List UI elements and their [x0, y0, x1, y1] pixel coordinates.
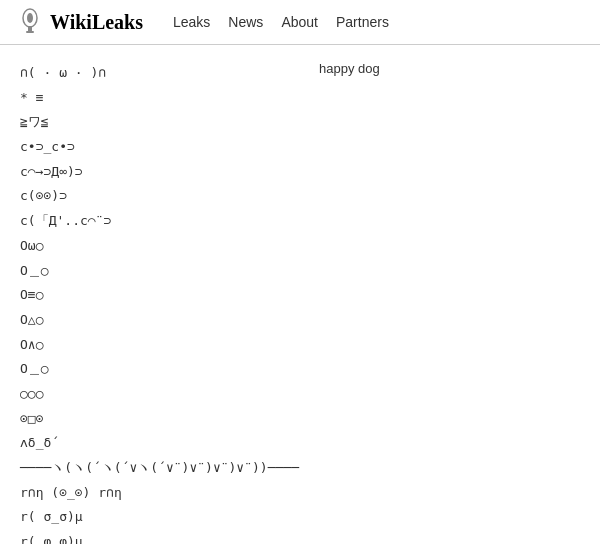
svg-rect-3 [26, 31, 34, 33]
left-column: ∩( · ω · )∩* ≡≧ワ≦c•⊃_c•⊃c⌒→⊃Д∞)⊃c(⊙⊙)⊃c(… [20, 61, 299, 544]
happy-dog-label: happy dog [319, 61, 580, 76]
list-item: ʌδ_δ´ [20, 431, 299, 456]
list-item: * ≡ [20, 86, 299, 111]
list-item: c•⊃_c•⊃ [20, 135, 299, 160]
list-item: O＿○ [20, 259, 299, 284]
list-item: c(「Д'..c⌒¨⊃ [20, 209, 299, 234]
nav-news[interactable]: News [228, 14, 263, 30]
logo-text: WikiLeaks [50, 11, 143, 34]
list-item: ────ヽ(ヽ(´ヽ(´∨ヽ(´∨¨)∨¨)∨¨)∨¨))──── [20, 456, 299, 481]
page-header: WikiLeaks Leaks News About Partners [0, 0, 600, 45]
list-item: O＿○ [20, 357, 299, 382]
list-item: O∧○ [20, 333, 299, 358]
right-column: happy dog [319, 61, 580, 544]
kaomoji-list: ∩( · ω · )∩* ≡≧ワ≦c•⊃_c•⊃c⌒→⊃Д∞)⊃c(⊙⊙)⊃c(… [20, 61, 299, 544]
list-item: ○○○ [20, 382, 299, 407]
nav-about[interactable]: About [281, 14, 318, 30]
content-area: ∩( · ω · )∩* ≡≧ワ≦c•⊃_c•⊃c⌒→⊃Д∞)⊃c(⊙⊙)⊃c(… [20, 61, 580, 544]
list-item: r( φ_φ)μ [20, 530, 299, 544]
main-nav: Leaks News About Partners [173, 14, 389, 30]
list-item: Oω○ [20, 234, 299, 259]
nav-partners[interactable]: Partners [336, 14, 389, 30]
list-item: ≧ワ≦ [20, 110, 299, 135]
logo-area[interactable]: WikiLeaks [16, 8, 143, 36]
list-item: c⌒→⊃Д∞)⊃ [20, 160, 299, 185]
list-item: c(⊙⊙)⊃ [20, 184, 299, 209]
svg-point-1 [27, 13, 33, 23]
wikileaks-logo-icon [16, 8, 44, 36]
list-item: O△○ [20, 308, 299, 333]
list-item: ⊙□⊙ [20, 407, 299, 432]
nav-leaks[interactable]: Leaks [173, 14, 210, 30]
main-content: ∩( · ω · )∩* ≡≧ワ≦c•⊃_c•⊃c⌒→⊃Д∞)⊃c(⊙⊙)⊃c(… [0, 45, 600, 544]
list-item: ∩( · ω · )∩ [20, 61, 299, 86]
list-item: r∩η (⊙_⊙) r∩η [20, 481, 299, 506]
list-item: r( σ_σ)μ [20, 505, 299, 530]
list-item: O≡○ [20, 283, 299, 308]
